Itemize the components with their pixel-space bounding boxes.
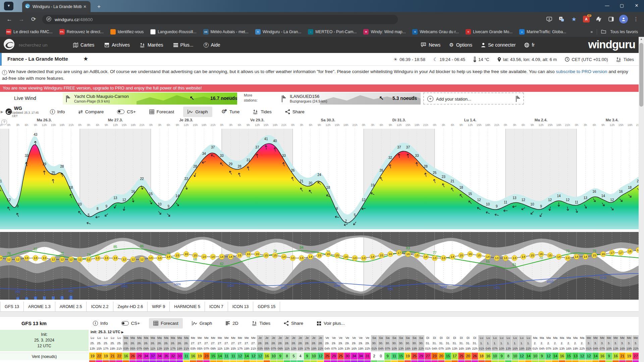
windguru-logotype[interactable]: windguru bbox=[588, 38, 635, 51]
new-tab-button[interactable]: + bbox=[95, 3, 103, 11]
bookmark-label: Météo Aubais - met... bbox=[211, 29, 249, 34]
gfs-tab-2d[interactable]: 2D bbox=[221, 318, 243, 328]
bookmark-star-icon[interactable]: ★ bbox=[569, 14, 579, 24]
maximize-icon[interactable]: ▢ bbox=[614, 0, 629, 12]
nav-item-mares[interactable]: Marées bbox=[140, 42, 163, 48]
forward-button[interactable]: → bbox=[17, 15, 26, 24]
bookmark-item[interactable]: SWindguru - La Gran... bbox=[253, 28, 304, 36]
live-station-card[interactable]: ILANGUED156Buzignargues (24.9 km)↖5.3 no… bbox=[278, 93, 421, 105]
gust-cell bbox=[431, 360, 438, 362]
gust-cell bbox=[492, 360, 498, 362]
model-tab-icon22[interactable]: ICON 2.2 bbox=[87, 302, 113, 311]
bookmark-label: MarineTraffic: Globa... bbox=[527, 29, 566, 34]
extensions-icon[interactable] bbox=[594, 14, 603, 24]
gust-cell bbox=[203, 360, 210, 362]
wg-tab-graph[interactable]: Graph bbox=[183, 107, 212, 117]
init-inline-label[interactable]: init: 25.3. 12 UTC ▶ bbox=[91, 330, 124, 335]
install-icon[interactable] bbox=[544, 14, 554, 24]
bookmark-item[interactable]: ~MERTEO - Port-Cam... bbox=[305, 28, 359, 36]
gfs-tab-share[interactable]: Share bbox=[279, 318, 308, 328]
profile-avatar[interactable] bbox=[619, 14, 628, 24]
scroll-up-icon[interactable]: ▲ bbox=[639, 38, 644, 41]
close-icon[interactable]: ✕ bbox=[629, 0, 644, 12]
side-panel-icon[interactable] bbox=[606, 14, 616, 24]
forecast-col-header: Ma26.11h bbox=[150, 335, 156, 351]
all-favorites-label[interactable]: Tous les favoris bbox=[610, 29, 638, 34]
model-tab-gdps15[interactable]: GDPS 15 bbox=[253, 302, 280, 311]
wg-tab-tune[interactable]: ⚙✱Tune bbox=[217, 106, 244, 117]
gfs-tab-forecast[interactable]: Forecast bbox=[149, 318, 183, 328]
wg-tab-tides[interactable]: Tides bbox=[249, 107, 276, 117]
model-tab-wrf9[interactable]: WRF 9 bbox=[148, 302, 170, 311]
nav-item-plus[interactable]: Plus... bbox=[173, 42, 194, 48]
svg-text:12: 12 bbox=[60, 257, 64, 261]
tab-search-button[interactable]: ▾ bbox=[4, 2, 13, 10]
model-tab-harmonie5[interactable]: HARMONIE 5 bbox=[170, 302, 205, 311]
subscribe-pro-link[interactable]: subscribe to PRO version bbox=[556, 69, 607, 74]
windguru-logo-icon[interactable] bbox=[3, 39, 15, 51]
nav-item-seconnecter[interactable]: Se connecter bbox=[481, 42, 516, 48]
model-tab-arome25[interactable]: AROME 2.5 bbox=[55, 302, 87, 311]
gfs-tab-voirplus[interactable]: Voir plus... bbox=[312, 318, 349, 328]
wg-tab-cs[interactable]: CS+ bbox=[113, 107, 140, 117]
model-tab-arome13[interactable]: AROME 1.3 bbox=[24, 302, 55, 311]
bookmark-item[interactable]: mbMétéo Aubais - met... bbox=[201, 28, 251, 36]
nav-item-archives[interactable]: Archives bbox=[104, 42, 130, 48]
bookmark-item[interactable]: RMCLe direct radio RMC... bbox=[3, 28, 55, 36]
svg-text:12: 12 bbox=[477, 198, 481, 202]
gfs-tab-graph[interactable]: Graph bbox=[187, 318, 217, 328]
graph-hour-label: 12h bbox=[183, 123, 189, 127]
bookmark-item[interactable]: Identifiez-vous bbox=[108, 28, 146, 36]
adblock-icon[interactable]: A47 bbox=[582, 14, 591, 24]
nav-item-aide[interactable]: ?Aide bbox=[204, 42, 220, 48]
gfs-tab-cs[interactable]: CS+ bbox=[117, 318, 145, 328]
svg-text:8: 8 bbox=[97, 207, 99, 210]
scrollbar-thumb[interactable] bbox=[639, 43, 643, 107]
gust-cell bbox=[559, 360, 565, 362]
wind-cell: 11 bbox=[391, 353, 397, 360]
translate-icon[interactable]: A bbox=[557, 14, 566, 24]
wg-tab-forecast[interactable]: Forecast bbox=[145, 107, 179, 117]
menu-icon[interactable]: ⋮ bbox=[631, 14, 641, 24]
search-input[interactable] bbox=[18, 42, 68, 48]
collapse-arrow-icon[interactable]: ▶ bbox=[1, 110, 3, 114]
add-station-button[interactable]: + Add your station... bbox=[423, 93, 524, 105]
nav-item-options[interactable]: ⚙Options bbox=[449, 42, 472, 48]
favorite-star-icon[interactable]: ★ bbox=[83, 55, 88, 62]
minimize-icon[interactable]: — bbox=[600, 0, 614, 12]
wind-cell: 9 bbox=[498, 353, 505, 360]
nav-item-fr[interactable]: fr bbox=[524, 42, 535, 48]
wg-tab-share[interactable]: Share bbox=[281, 107, 309, 117]
model-tab-zephrhd26[interactable]: Zephr-HD 2.6 bbox=[113, 302, 148, 311]
model-tab-gfs13[interactable]: GFS 13 bbox=[0, 302, 24, 311]
reload-button[interactable]: ⟳ bbox=[29, 15, 38, 24]
bookmark-item[interactable]: RTLRetrouvez le direct... bbox=[57, 28, 106, 36]
tab-close-icon[interactable]: ✕ bbox=[82, 4, 88, 9]
model-tab-icon7[interactable]: ICON 7 bbox=[205, 302, 228, 311]
scrollbar[interactable]: ▲ bbox=[639, 37, 644, 362]
svg-text:13: 13 bbox=[353, 256, 357, 260]
help-icon[interactable]: ? bbox=[1, 119, 7, 125]
station-meta-item[interactable]: Tides bbox=[616, 57, 634, 62]
bookmark-item[interactable]: OLivecam Grande Mo... bbox=[463, 28, 515, 36]
model-tab-icon13[interactable]: ICON 13 bbox=[228, 302, 254, 311]
wind-cell: 31 bbox=[364, 353, 371, 360]
bookmark-item[interactable]: WWindy: Wind map... bbox=[361, 28, 408, 36]
address-bar[interactable]: windguru.cz /48600 bbox=[42, 15, 398, 24]
gfs-tab-tides[interactable]: Tides bbox=[248, 318, 275, 328]
live-station-card[interactable]: Yacht Club Mauguio-CarnonCarnon-Plage (9… bbox=[63, 93, 237, 105]
divider-bar bbox=[0, 312, 639, 316]
bookmarks-overflow-icon[interactable]: » bbox=[591, 29, 593, 34]
wg-tab-compare[interactable]: ⇄Compare bbox=[74, 106, 108, 118]
browser-tab[interactable]: Windguru - La Grande Motte ✕ bbox=[22, 1, 91, 12]
bookmark-item[interactable]: GWebcams Grau du r... bbox=[410, 28, 462, 36]
nav-item-cartes[interactable]: Cartes bbox=[73, 42, 94, 48]
site-info-icon[interactable] bbox=[46, 16, 51, 22]
station-meta-item: 14 °C bbox=[473, 57, 489, 62]
wg-tab-info[interactable]: iInfo bbox=[46, 107, 69, 117]
bookmark-item[interactable]: Languedoc-Roussill... bbox=[148, 28, 199, 36]
gfs-tab-info[interactable]: iInfo bbox=[89, 318, 112, 328]
nav-item-news[interactable]: News bbox=[421, 42, 440, 48]
bookmark-item[interactable]: ▲MarineTraffic: Globa... bbox=[517, 28, 569, 36]
back-button[interactable]: ← bbox=[5, 15, 14, 24]
